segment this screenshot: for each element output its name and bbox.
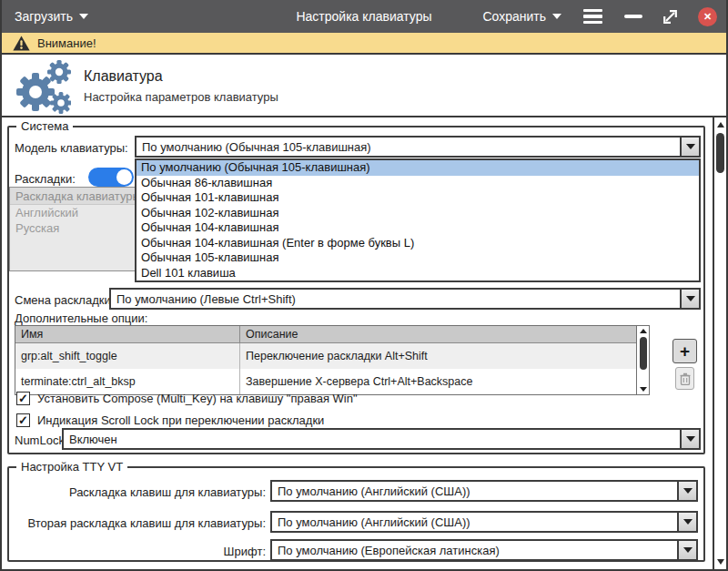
tty-layout2-combobox[interactable]: По умолчанию (Английский (США)) <box>270 511 698 533</box>
table-header-row: Имя Описание <box>15 326 649 343</box>
chevron-down-icon <box>683 547 693 553</box>
tty-layout-value: По умолчанию (Английский (США)) <box>272 484 677 498</box>
compose-checkbox-row[interactable]: ✓ Установить Compose (Multi_Key) на клав… <box>16 392 358 405</box>
keyboard-model-label: Модель клавиатуры: <box>15 141 128 155</box>
maximize-icon[interactable] <box>662 8 679 25</box>
tty-layout2-label: Вторая раскладка клавиш для клавиатуры: <box>11 516 266 530</box>
save-menu-button[interactable]: Сохранить <box>482 9 561 24</box>
tty-legend: Настройка TTY VT <box>16 460 127 474</box>
layout-switch-combobox[interactable]: По умолчанию (Левые Ctrl+Shift) <box>109 288 701 310</box>
save-menu-label: Сохранить <box>482 9 546 24</box>
option-description: Завершение X-сервера Ctrl+Alt+Backspace <box>240 369 636 394</box>
keyboard-model-value: По умолчанию (Обычная 105-клавишная) <box>136 140 680 154</box>
compose-checkbox-label: Установить Compose (Multi_Key) на клавиш… <box>37 392 358 405</box>
combo-arrow-button[interactable] <box>680 430 699 448</box>
checkbox-checked[interactable]: ✓ <box>16 413 30 427</box>
warning-text: Внимание! <box>37 36 96 50</box>
scrollbar-thumb[interactable] <box>716 133 724 173</box>
keyboard-settings-window: Загрузить Настройка клавиатуры Сохранить… <box>0 0 728 571</box>
layout-switch-value: По умолчанию (Левые Ctrl+Shift) <box>111 292 680 306</box>
page-title: Клавиатура <box>84 68 163 85</box>
chevron-down-icon <box>683 519 693 525</box>
chevron-down-icon <box>686 296 695 301</box>
toggle-knob <box>116 169 132 185</box>
option-description: Переключение раскладки Alt+Shift <box>240 343 636 369</box>
tty-layout2-value: По умолчанию (Английский (США)) <box>272 515 677 529</box>
page-subtitle: Настройка параметров клавиатуры <box>84 90 278 104</box>
scrollbar-thumb[interactable] <box>640 337 647 370</box>
tty-font-label: Шрифт: <box>11 545 266 558</box>
keyboard-model-dropdown-list: По умолчанию (Обычная 105-клавишная) Обы… <box>135 158 701 282</box>
dropdown-option[interactable]: Обычная 104-клавишная (Enter в форме бук… <box>136 236 699 251</box>
page-scrollbar[interactable] <box>713 117 726 569</box>
dropdown-option[interactable]: Обычная 105-клавишная <box>136 250 699 266</box>
column-header-description: Описание <box>240 326 636 342</box>
dropdown-option[interactable]: Обычная 102-клавишная <box>136 206 699 221</box>
tty-layout-combobox[interactable]: По умолчанию (Английский (США)) <box>270 480 698 502</box>
numlock-value: Включен <box>64 433 680 446</box>
close-button[interactable]: ✕ <box>698 7 717 26</box>
dropdown-option[interactable]: Обычная 101-клавишная <box>136 190 699 206</box>
layouts-label: Раскладки: <box>15 172 76 186</box>
layouts-toggle-switch[interactable] <box>88 168 134 187</box>
system-legend: Система <box>16 119 73 133</box>
table-row[interactable]: terminate:ctrl_alt_bksp Завершение X-сер… <box>15 369 649 394</box>
trash-icon <box>680 372 691 385</box>
extra-options-label: Дополнительные опции: <box>15 311 147 325</box>
chevron-down-icon <box>686 436 695 442</box>
combo-arrow-button[interactable] <box>680 138 699 156</box>
scroll-down-icon[interactable] <box>717 559 724 565</box>
layout-switch-label: Смена раскладки: <box>15 293 114 307</box>
chevron-down-icon <box>552 14 561 19</box>
check-icon: ✓ <box>18 393 28 404</box>
numlock-combobox[interactable]: Включен <box>62 428 701 450</box>
tty-font-combobox[interactable]: По умолчанию (Европейская латинская) <box>270 539 698 561</box>
table-row[interactable]: grp:alt_shift_toggle Переключение раскла… <box>15 343 649 369</box>
keyboard-model-combobox[interactable]: По умолчанию (Обычная 105-клавишная) <box>135 136 701 158</box>
titlebar: Загрузить Настройка клавиатуры Сохранить… <box>0 0 728 33</box>
warning-banner: Внимание! <box>2 33 726 55</box>
dropdown-option[interactable]: Dell 101 клавиша <box>136 266 699 281</box>
close-icon: ✕ <box>703 11 712 23</box>
minimize-button[interactable] <box>624 15 642 18</box>
add-option-button[interactable]: + <box>672 339 697 363</box>
module-header: Клавиатура Настройка параметров клавиату… <box>2 56 726 117</box>
chevron-down-icon <box>686 144 695 149</box>
scroll-down-icon[interactable] <box>640 387 647 392</box>
checkbox-checked[interactable]: ✓ <box>16 392 30 405</box>
table-scrollbar[interactable] <box>636 326 649 394</box>
combo-arrow-button[interactable] <box>677 541 696 559</box>
delete-option-button[interactable] <box>675 367 694 390</box>
scroll-up-icon[interactable] <box>717 122 724 127</box>
dropdown-option[interactable]: По умолчанию (Обычная 105-клавишная) <box>136 160 699 176</box>
combo-arrow-button[interactable] <box>680 290 699 308</box>
check-icon: ✓ <box>18 414 28 426</box>
dropdown-option[interactable]: Обычная 104-клавишная <box>136 220 699 236</box>
gears-icon <box>11 59 71 116</box>
chevron-down-icon <box>683 488 693 494</box>
tty-font-value: По умолчанию (Европейская латинская) <box>272 544 677 557</box>
scrolllock-checkbox-row[interactable]: ✓ Индикация Scroll Lock при переключении… <box>16 413 324 427</box>
hamburger-menu-icon[interactable] <box>581 6 605 27</box>
option-name: terminate:ctrl_alt_bksp <box>15 369 240 394</box>
option-name: grp:alt_shift_toggle <box>15 343 240 369</box>
warning-triangle-icon <box>13 36 30 51</box>
dropdown-option[interactable]: Обычная 86-клавишная <box>136 176 699 191</box>
numlock-label: NumLock: <box>15 433 68 447</box>
combo-arrow-button[interactable] <box>677 513 696 531</box>
plus-icon: + <box>680 342 690 360</box>
tty-layout-label: Раскладка клавиш для клавиатуры: <box>11 485 266 499</box>
column-header-name: Имя <box>15 326 240 342</box>
combo-arrow-button[interactable] <box>677 482 696 500</box>
scrolllock-checkbox-label: Индикация Scroll Lock при переключении р… <box>37 413 324 427</box>
scroll-up-icon[interactable] <box>640 329 647 333</box>
extra-options-table: Имя Описание grp:alt_shift_toggle Перекл… <box>15 325 650 395</box>
